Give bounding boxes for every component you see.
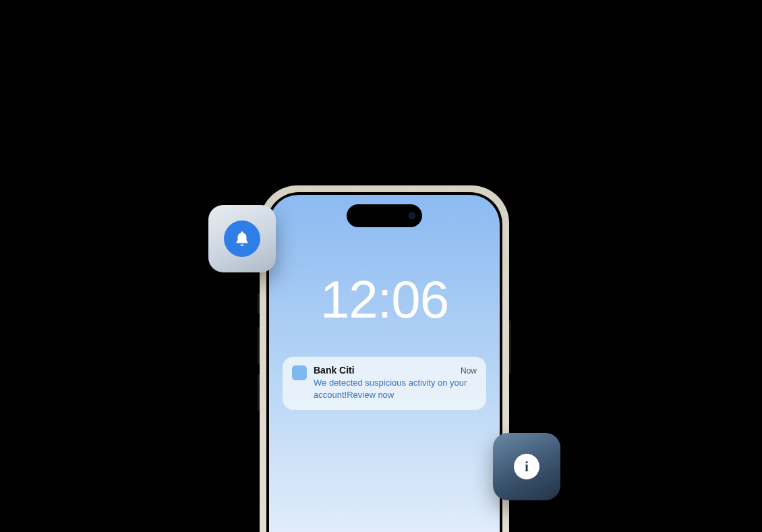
info-glyph: i	[525, 459, 529, 475]
notification-timestamp: Now	[461, 366, 477, 376]
bell-tile[interactable]	[208, 205, 276, 272]
phone-device: 12:06 Bank Citi Now We detected suspicio…	[260, 185, 509, 532]
phone-frame: 12:06 Bank Citi Now We detected suspicio…	[266, 192, 502, 532]
bell-icon	[233, 230, 251, 247]
notification-header: Bank Citi Now	[314, 365, 477, 376]
bell-circle	[224, 220, 260, 257]
mute-switch[interactable]	[258, 293, 260, 314]
dynamic-island[interactable]	[347, 204, 422, 227]
notification-app-name: Bank Citi	[314, 365, 355, 376]
notification-app-icon	[292, 365, 307, 380]
notification-message: We detected suspicious activity on your …	[314, 377, 477, 401]
notification-card[interactable]: Bank Citi Now We detected suspicious act…	[283, 357, 486, 410]
notification-body: Bank Citi Now We detected suspicious act…	[314, 365, 477, 401]
volume-up-button[interactable]	[258, 327, 260, 364]
info-icon: i	[514, 454, 539, 479]
lock-screen[interactable]: 12:06 Bank Citi Now We detected suspicio…	[269, 195, 500, 532]
power-button[interactable]	[509, 320, 511, 374]
lock-screen-time: 12:06	[269, 269, 500, 330]
info-tile[interactable]: i	[493, 433, 560, 500]
volume-down-button[interactable]	[258, 374, 260, 411]
